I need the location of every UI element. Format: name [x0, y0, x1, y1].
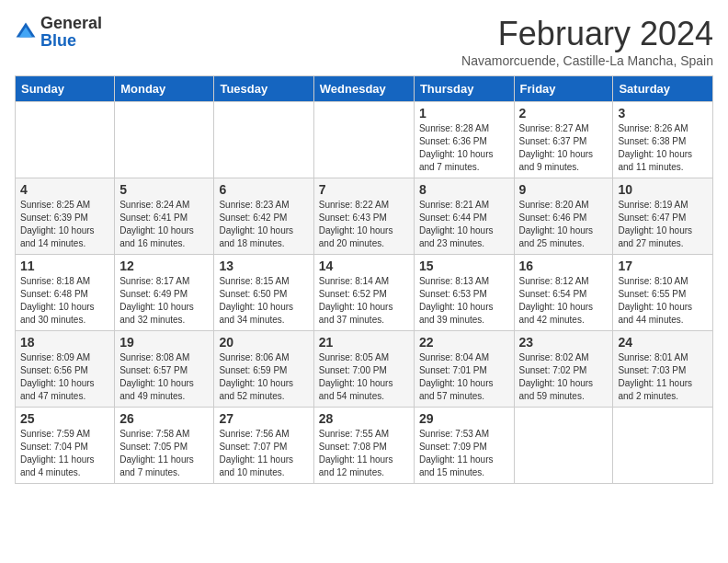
day-number: 21 [319, 335, 409, 350]
day-info: Sunrise: 8:02 AM Sunset: 7:02 PM Dayligh… [519, 351, 609, 403]
week-row-1: 4Sunrise: 8:25 AM Sunset: 6:39 PM Daylig… [16, 178, 713, 255]
day-cell [313, 102, 414, 178]
day-info: Sunrise: 8:17 AM Sunset: 6:49 PM Dayligh… [119, 275, 209, 327]
day-number: 7 [319, 182, 409, 197]
day-cell: 14Sunrise: 8:14 AM Sunset: 6:52 PM Dayli… [313, 255, 414, 331]
header-cell-thursday: Thursday [414, 76, 514, 102]
day-number: 13 [219, 259, 308, 273]
day-cell: 27Sunrise: 7:56 AM Sunset: 7:07 PM Dayli… [214, 408, 313, 484]
day-number: 8 [419, 182, 509, 197]
day-cell: 10Sunrise: 8:19 AM Sunset: 6:47 PM Dayli… [613, 178, 713, 255]
day-info: Sunrise: 8:18 AM Sunset: 6:48 PM Dayligh… [20, 275, 109, 327]
day-info: Sunrise: 8:10 AM Sunset: 6:55 PM Dayligh… [618, 275, 708, 327]
calendar-table: SundayMondayTuesdayWednesdayThursdayFrid… [15, 75, 713, 484]
day-info: Sunrise: 7:58 AM Sunset: 7:05 PM Dayligh… [119, 428, 209, 479]
day-cell: 26Sunrise: 7:58 AM Sunset: 7:05 PM Dayli… [115, 408, 214, 484]
day-cell: 17Sunrise: 8:10 AM Sunset: 6:55 PM Dayli… [613, 255, 713, 331]
day-cell: 1Sunrise: 8:28 AM Sunset: 6:36 PM Daylig… [414, 102, 514, 178]
day-info: Sunrise: 8:28 AM Sunset: 6:36 PM Dayligh… [419, 122, 509, 174]
month-title: February 2024 [461, 15, 713, 53]
day-info: Sunrise: 8:20 AM Sunset: 6:46 PM Dayligh… [519, 199, 609, 250]
location-subtitle: Navamorcuende, Castille-La Mancha, Spain [461, 53, 713, 68]
day-cell: 15Sunrise: 8:13 AM Sunset: 6:53 PM Dayli… [414, 255, 514, 331]
day-cell: 5Sunrise: 8:24 AM Sunset: 6:41 PM Daylig… [115, 178, 214, 255]
day-info: Sunrise: 7:59 AM Sunset: 7:04 PM Dayligh… [20, 428, 109, 479]
day-number: 28 [319, 411, 409, 426]
logo-text-blue: Blue [40, 31, 76, 50]
day-info: Sunrise: 8:04 AM Sunset: 7:01 PM Dayligh… [419, 351, 509, 403]
day-number: 24 [618, 335, 708, 350]
calendar-header: SundayMondayTuesdayWednesdayThursdayFrid… [16, 76, 713, 102]
day-number: 27 [219, 411, 308, 426]
header-area: General Blue February 2024 Navamorcuende… [15, 15, 713, 68]
day-number: 12 [119, 259, 209, 273]
day-cell [16, 102, 115, 178]
day-cell: 9Sunrise: 8:20 AM Sunset: 6:46 PM Daylig… [514, 178, 613, 255]
header-cell-saturday: Saturday [613, 76, 713, 102]
day-cell: 19Sunrise: 8:08 AM Sunset: 6:57 PM Dayli… [115, 331, 214, 408]
day-cell [115, 102, 214, 178]
day-cell: 18Sunrise: 8:09 AM Sunset: 6:56 PM Dayli… [16, 331, 115, 408]
day-cell: 24Sunrise: 8:01 AM Sunset: 7:03 PM Dayli… [613, 331, 713, 408]
day-number: 22 [419, 335, 509, 350]
day-number: 16 [519, 259, 609, 273]
day-number: 29 [419, 411, 509, 426]
day-info: Sunrise: 8:21 AM Sunset: 6:44 PM Dayligh… [419, 199, 509, 250]
day-number: 5 [119, 182, 209, 197]
header-cell-sunday: Sunday [16, 76, 115, 102]
header-cell-tuesday: Tuesday [214, 76, 313, 102]
day-cell [214, 102, 313, 178]
day-cell: 29Sunrise: 7:53 AM Sunset: 7:09 PM Dayli… [414, 408, 514, 484]
day-cell: 23Sunrise: 8:02 AM Sunset: 7:02 PM Dayli… [514, 331, 613, 408]
header-row: SundayMondayTuesdayWednesdayThursdayFrid… [16, 76, 713, 102]
day-number: 14 [319, 259, 409, 273]
day-info: Sunrise: 8:26 AM Sunset: 6:38 PM Dayligh… [618, 122, 708, 174]
day-number: 3 [618, 106, 708, 121]
day-number: 18 [20, 335, 109, 350]
logo-text-general: General [40, 14, 102, 32]
day-number: 6 [219, 182, 308, 197]
header-cell-monday: Monday [115, 76, 214, 102]
day-cell: 13Sunrise: 8:15 AM Sunset: 6:50 PM Dayli… [214, 255, 313, 331]
day-cell: 21Sunrise: 8:05 AM Sunset: 7:00 PM Dayli… [313, 331, 414, 408]
day-number: 4 [20, 182, 109, 197]
day-cell: 2Sunrise: 8:27 AM Sunset: 6:37 PM Daylig… [514, 102, 613, 178]
day-number: 20 [219, 335, 308, 350]
day-info: Sunrise: 8:12 AM Sunset: 6:54 PM Dayligh… [519, 275, 609, 327]
day-cell: 12Sunrise: 8:17 AM Sunset: 6:49 PM Dayli… [115, 255, 214, 331]
day-number: 23 [519, 335, 609, 350]
day-cell: 22Sunrise: 8:04 AM Sunset: 7:01 PM Dayli… [414, 331, 514, 408]
day-number: 1 [419, 106, 509, 121]
day-number: 19 [119, 335, 209, 350]
week-row-2: 11Sunrise: 8:18 AM Sunset: 6:48 PM Dayli… [16, 255, 713, 331]
day-number: 2 [519, 106, 609, 121]
day-cell [613, 408, 713, 484]
day-info: Sunrise: 8:06 AM Sunset: 6:59 PM Dayligh… [219, 351, 308, 403]
day-cell: 11Sunrise: 8:18 AM Sunset: 6:48 PM Dayli… [16, 255, 115, 331]
day-info: Sunrise: 8:25 AM Sunset: 6:39 PM Dayligh… [20, 199, 109, 250]
day-cell: 7Sunrise: 8:22 AM Sunset: 6:43 PM Daylig… [313, 178, 414, 255]
day-cell: 20Sunrise: 8:06 AM Sunset: 6:59 PM Dayli… [214, 331, 313, 408]
day-info: Sunrise: 8:23 AM Sunset: 6:42 PM Dayligh… [219, 199, 308, 250]
day-info: Sunrise: 8:09 AM Sunset: 6:56 PM Dayligh… [20, 351, 109, 403]
day-cell: 4Sunrise: 8:25 AM Sunset: 6:39 PM Daylig… [16, 178, 115, 255]
day-cell: 25Sunrise: 7:59 AM Sunset: 7:04 PM Dayli… [16, 408, 115, 484]
day-info: Sunrise: 8:14 AM Sunset: 6:52 PM Dayligh… [319, 275, 409, 327]
day-info: Sunrise: 7:56 AM Sunset: 7:07 PM Dayligh… [219, 428, 308, 479]
day-number: 15 [419, 259, 509, 273]
day-info: Sunrise: 8:15 AM Sunset: 6:50 PM Dayligh… [219, 275, 308, 327]
day-info: Sunrise: 7:55 AM Sunset: 7:08 PM Dayligh… [319, 428, 409, 479]
day-info: Sunrise: 8:22 AM Sunset: 6:43 PM Dayligh… [319, 199, 409, 250]
header-cell-wednesday: Wednesday [313, 76, 414, 102]
day-info: Sunrise: 8:19 AM Sunset: 6:47 PM Dayligh… [618, 199, 708, 250]
day-number: 11 [20, 259, 109, 273]
day-info: Sunrise: 8:27 AM Sunset: 6:37 PM Dayligh… [519, 122, 609, 174]
day-info: Sunrise: 8:05 AM Sunset: 7:00 PM Dayligh… [319, 351, 409, 403]
day-cell: 28Sunrise: 7:55 AM Sunset: 7:08 PM Dayli… [313, 408, 414, 484]
day-number: 9 [519, 182, 609, 197]
week-row-4: 25Sunrise: 7:59 AM Sunset: 7:04 PM Dayli… [16, 408, 713, 484]
day-info: Sunrise: 8:08 AM Sunset: 6:57 PM Dayligh… [119, 351, 209, 403]
day-info: Sunrise: 8:13 AM Sunset: 6:53 PM Dayligh… [419, 275, 509, 327]
day-number: 17 [618, 259, 708, 273]
week-row-3: 18Sunrise: 8:09 AM Sunset: 6:56 PM Dayli… [16, 331, 713, 408]
